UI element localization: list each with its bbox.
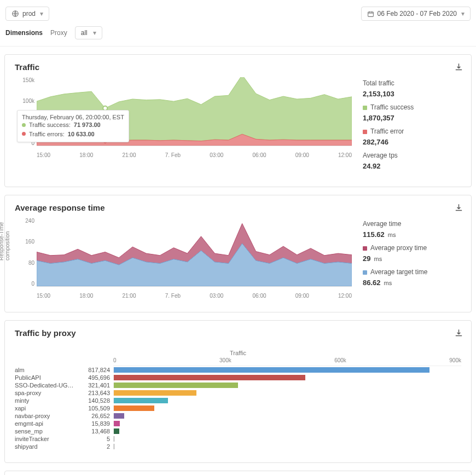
dimensions-label: Dimensions xyxy=(5,29,43,37)
bar-label: xapi xyxy=(15,405,80,412)
bar-row[interactable]: emgmt-api 15,839 xyxy=(15,420,461,427)
stat-label: Average tps xyxy=(363,150,461,161)
bar-row[interactable]: navbar-proxy 26,652 xyxy=(15,412,461,420)
bar-track xyxy=(113,413,461,419)
bar-label: minty xyxy=(15,397,80,404)
bar-label: alm xyxy=(15,367,80,373)
stat-value: 29 xyxy=(363,253,370,265)
stat-unit: ms xyxy=(384,279,392,288)
svg-rect-1 xyxy=(368,11,373,16)
bar-track xyxy=(113,367,461,373)
proxy-select[interactable]: all ▾ xyxy=(75,26,102,39)
bar-fill xyxy=(114,383,238,388)
bar-label: shipyard xyxy=(15,443,80,450)
bar-value: 2 xyxy=(80,443,113,450)
stat-label: Average target time xyxy=(370,267,428,277)
caret-down-icon: ▾ xyxy=(93,29,96,37)
bar-value: 26,652 xyxy=(80,413,113,419)
bar-row[interactable]: inviteTracker 5 xyxy=(15,435,461,443)
stat-value: 2,153,103 xyxy=(363,89,461,100)
bar-fill xyxy=(114,444,114,449)
download-icon xyxy=(454,328,463,338)
tooltip-success-value: 71 973.00 xyxy=(74,120,101,130)
stat-value: 86.62 xyxy=(363,277,381,289)
bar-row[interactable]: PublicAPI 495,696 xyxy=(15,374,461,381)
y-axis-label: Response-Timecomposition xyxy=(0,222,10,260)
card-title: Traffic by proxy xyxy=(15,328,461,338)
error-dot-icon xyxy=(22,132,26,136)
proxy-select-value: all xyxy=(81,29,88,37)
caret-down-icon: ▾ xyxy=(461,10,465,18)
stat-label: Traffic error xyxy=(370,126,404,137)
stat-value: 115.62 xyxy=(363,229,385,241)
bar-value: 105,509 xyxy=(80,405,113,412)
bar-track xyxy=(113,406,461,411)
bar-track xyxy=(113,421,461,426)
tooltip-error-label: Traffic errors: xyxy=(29,130,65,139)
stat-label: Average proxy time xyxy=(370,243,427,253)
axis-title: Traffic xyxy=(15,350,461,356)
bar-value: 13,468 xyxy=(80,428,113,435)
bar-row[interactable]: spa-proxy 213,643 xyxy=(15,389,461,397)
card-title: Traffic xyxy=(15,62,461,72)
bar-row[interactable]: SSO-Dedicated-UG… 321,401 xyxy=(15,381,461,389)
bar-row[interactable]: sense_mp 13,468 xyxy=(15,427,461,435)
bar-value: 140,528 xyxy=(80,397,113,404)
bar-label: PublicAPI xyxy=(15,374,80,381)
bar-track xyxy=(113,383,461,388)
bar-value: 817,824 xyxy=(80,367,113,373)
stat-value: 1,870,357 xyxy=(363,113,461,124)
bar-row[interactable]: minty 140,528 xyxy=(15,397,461,404)
traffic-stats: Total traffic 2,153,103 Traffic success … xyxy=(363,77,461,175)
bar-row[interactable]: xapi 105,509 xyxy=(15,404,461,412)
stat-label: Average time xyxy=(363,219,461,229)
tooltip-error-value: 10 633.00 xyxy=(68,130,95,139)
bar-track xyxy=(113,398,461,403)
stat-unit: ms xyxy=(374,254,382,264)
x-axis: 15:0018:0021:007. Feb03:0006:0009:0012:0… xyxy=(37,293,352,299)
traffic-by-proxy-chart[interactable]: Traffic 0300k600k900k alm 817,824 Public… xyxy=(15,343,461,450)
proxy-label: Proxy xyxy=(50,29,67,37)
bar-value: 15,839 xyxy=(80,420,113,427)
tooltip-success-label: Traffic success: xyxy=(29,120,71,130)
stat-label: Traffic success xyxy=(370,102,414,113)
card-title: Average response time xyxy=(15,203,461,212)
date-range-selector[interactable]: 06 Feb 2020 - 07 Feb 2020 ▾ xyxy=(361,7,471,21)
bar-track xyxy=(113,390,461,396)
bar-row[interactable]: shipyard 2 xyxy=(15,443,461,450)
bar-fill xyxy=(114,398,168,403)
legend-swatch-icon xyxy=(363,270,367,275)
stat-label: Total traffic xyxy=(363,78,461,89)
bar-label: emgmt-api xyxy=(15,420,80,427)
bar-fill xyxy=(114,375,305,380)
card-traffic: Traffic 150k100k50k0 15:0018:0021:007. F… xyxy=(4,54,472,187)
stat-value: 282,746 xyxy=(363,137,461,148)
card-avg-by-proxy: Average response time by proxy Average r… xyxy=(4,471,472,475)
env-selector[interactable]: prod ▾ xyxy=(5,7,49,21)
x-axis: 15:0018:0021:007. Feb03:0006:0009:0012:0… xyxy=(37,152,352,158)
legend-swatch-icon xyxy=(363,246,367,251)
bar-value: 213,643 xyxy=(80,390,113,396)
calendar-icon xyxy=(367,10,374,18)
bar-track xyxy=(113,444,461,449)
x-axis: 0300k600k900k xyxy=(113,357,461,366)
bar-fill xyxy=(114,390,196,396)
download-icon xyxy=(454,62,463,72)
bar-fill xyxy=(114,367,429,373)
bar-track xyxy=(113,436,461,442)
download-button[interactable] xyxy=(454,203,463,214)
download-button[interactable] xyxy=(454,328,463,339)
download-button[interactable] xyxy=(454,62,463,73)
bar-row[interactable]: alm 817,824 xyxy=(15,366,461,374)
bar-track xyxy=(113,428,461,434)
bar-label: spa-proxy xyxy=(15,390,80,396)
globe-icon xyxy=(11,10,19,18)
bar-fill xyxy=(114,436,114,442)
tooltip-time: Thursday, February 06, 20:00:00, EST xyxy=(22,114,124,120)
card-traffic-by-proxy: Traffic by proxy Traffic 0300k600k900k a… xyxy=(4,320,472,463)
bar-label: SSO-Dedicated-UG… xyxy=(15,382,80,389)
bar-value: 321,401 xyxy=(80,382,113,389)
bar-label: sense_mp xyxy=(15,428,80,435)
avg-response-chart[interactable]: Response-Timecomposition 240160800 15:00… xyxy=(15,218,352,300)
success-dot-icon xyxy=(22,123,26,127)
